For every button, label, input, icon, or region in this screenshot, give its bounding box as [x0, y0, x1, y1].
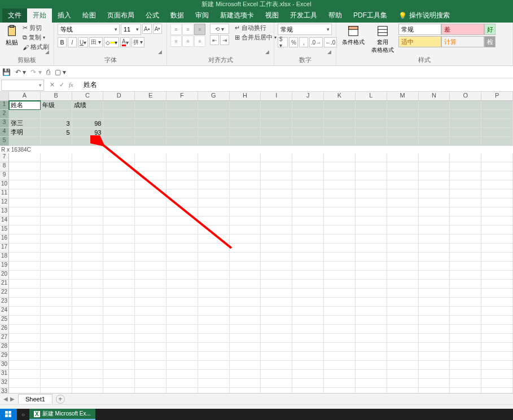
- cell-J16[interactable]: [292, 235, 324, 244]
- cell-E4[interactable]: [135, 128, 166, 137]
- cell-P21[interactable]: [481, 280, 513, 289]
- cell-E12[interactable]: [135, 198, 166, 207]
- cell-F2[interactable]: [166, 110, 198, 119]
- cell-P25[interactable]: [481, 316, 513, 325]
- cell-B31[interactable]: [41, 370, 72, 379]
- align-top-right[interactable]: ≡: [194, 24, 205, 35]
- cell-G24[interactable]: [198, 307, 230, 316]
- cell-G2[interactable]: [198, 110, 230, 119]
- cell-O12[interactable]: [450, 198, 481, 207]
- cell-J1[interactable]: [292, 101, 324, 110]
- cell-D16[interactable]: [103, 235, 135, 244]
- cell-E10[interactable]: [135, 180, 166, 189]
- cell-A9[interactable]: [9, 171, 41, 180]
- cell-N27[interactable]: [419, 334, 450, 343]
- cell-J13[interactable]: [292, 207, 324, 216]
- cell-B22[interactable]: [41, 289, 72, 298]
- cell-O29[interactable]: [450, 352, 481, 361]
- cell-A30[interactable]: [9, 361, 41, 370]
- tab-pdf-tools[interactable]: PDF工具集: [348, 8, 393, 23]
- cell-H20[interactable]: [230, 271, 261, 280]
- cell-D7[interactable]: [103, 153, 135, 162]
- cell-O14[interactable]: [450, 216, 481, 226]
- cell-E25[interactable]: [135, 316, 166, 325]
- cell-N15[interactable]: [419, 226, 450, 235]
- cell-A16[interactable]: [9, 235, 41, 244]
- dialog-launcher-icon[interactable]: ◢: [327, 49, 331, 55]
- cell-F18[interactable]: [166, 253, 198, 262]
- cell-G12[interactable]: [198, 198, 230, 207]
- cell-A19[interactable]: [9, 262, 41, 271]
- align-bottom-right[interactable]: ≡: [194, 36, 205, 47]
- cell-M16[interactable]: [387, 235, 419, 244]
- cell-A12[interactable]: [9, 198, 41, 207]
- cell-D26[interactable]: [103, 325, 135, 334]
- cell-G19[interactable]: [198, 262, 230, 271]
- row-header-18[interactable]: 18: [0, 253, 9, 262]
- cell-G21[interactable]: [198, 280, 230, 289]
- cell-O27[interactable]: [450, 334, 481, 343]
- cell-F30[interactable]: [166, 361, 198, 370]
- cell-K1[interactable]: [324, 101, 356, 110]
- cell-N17[interactable]: [419, 244, 450, 253]
- sheet-nav-next-icon[interactable]: ▶: [10, 396, 15, 402]
- cut-button[interactable]: ✂ 剪切: [23, 24, 49, 32]
- cell-C10[interactable]: [72, 180, 104, 189]
- cell-C23[interactable]: [72, 298, 104, 307]
- cell-H7[interactable]: [230, 153, 261, 162]
- cell-K27[interactable]: [324, 334, 356, 343]
- cell-M20[interactable]: [387, 271, 419, 280]
- cell-J10[interactable]: [292, 180, 324, 189]
- paste-button[interactable]: 粘贴: [3, 24, 20, 48]
- cell-A15[interactable]: [9, 226, 41, 235]
- cell-K9[interactable]: [324, 171, 356, 180]
- cell-A22[interactable]: [9, 289, 41, 298]
- cell-I29[interactable]: [261, 352, 292, 361]
- cell-P8[interactable]: [481, 162, 513, 171]
- cell-L31[interactable]: [356, 370, 387, 379]
- cell-K30[interactable]: [324, 361, 356, 370]
- cell-I30[interactable]: [261, 361, 292, 370]
- cell-L20[interactable]: [356, 271, 387, 280]
- cell-D8[interactable]: [103, 162, 135, 171]
- cell-H12[interactable]: [230, 198, 261, 207]
- cell-A8[interactable]: [9, 162, 41, 171]
- cell-B17[interactable]: [41, 244, 72, 253]
- cancel-icon[interactable]: ✕: [50, 81, 55, 89]
- cell-K18[interactable]: [324, 253, 356, 262]
- cell-O31[interactable]: [450, 370, 481, 379]
- cell-C11[interactable]: [72, 189, 104, 198]
- cell-M17[interactable]: [387, 244, 419, 253]
- cell-B7[interactable]: [41, 153, 72, 162]
- cell-J27[interactable]: [292, 334, 324, 343]
- cell-G30[interactable]: [198, 361, 230, 370]
- cell-A11[interactable]: [9, 189, 41, 198]
- cell-M3[interactable]: [387, 119, 419, 128]
- row-header-24[interactable]: 24: [0, 307, 9, 316]
- cell-H22[interactable]: [230, 289, 261, 298]
- cell-H21[interactable]: [230, 280, 261, 289]
- cell-L30[interactable]: [356, 361, 387, 370]
- column-header-A[interactable]: A: [9, 92, 41, 101]
- cell-L7[interactable]: [356, 153, 387, 162]
- cell-B14[interactable]: [41, 216, 72, 226]
- customize-icon[interactable]: ▢ ▾: [55, 68, 66, 76]
- cell-H3[interactable]: [230, 119, 261, 128]
- cell-L11[interactable]: [356, 189, 387, 198]
- cell-C15[interactable]: [72, 226, 104, 235]
- cell-D15[interactable]: [103, 226, 135, 235]
- cell-P28[interactable]: [481, 343, 513, 352]
- cell-E31[interactable]: [135, 370, 166, 379]
- cell-H23[interactable]: [230, 298, 261, 307]
- cell-N8[interactable]: [419, 162, 450, 171]
- cell-C26[interactable]: [72, 325, 104, 334]
- sheet-tab-sheet1[interactable]: Sheet1: [18, 394, 52, 404]
- cell-A25[interactable]: [9, 316, 41, 325]
- cell-C5[interactable]: [72, 137, 104, 146]
- cell-J7[interactable]: [292, 153, 324, 162]
- cell-C20[interactable]: [72, 271, 104, 280]
- cell-C25[interactable]: [72, 316, 104, 325]
- cell-E20[interactable]: [135, 271, 166, 280]
- tab-data[interactable]: 数据: [165, 8, 190, 23]
- cell-P31[interactable]: [481, 370, 513, 379]
